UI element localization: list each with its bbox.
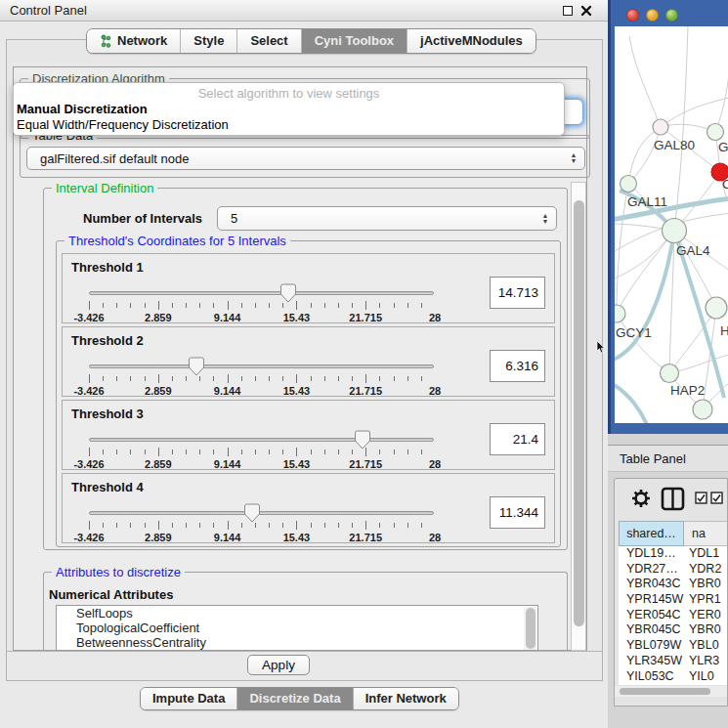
table-row[interactable]: YBR045CYBR0 [619, 622, 728, 638]
table-row[interactable]: YBL079WYBL0 [619, 638, 728, 654]
algorithm-hint: Select algorithm to view settings [14, 83, 564, 101]
column-header-shared[interactable]: shared… [619, 521, 684, 546]
svg-text:H: H [720, 323, 728, 338]
table-row[interactable]: YBR043CYBR0 [619, 577, 728, 592]
node-top-right [707, 124, 724, 141]
node-table[interactable]: YDL19…YDL1 YDR27…YDR2 YBR043CYBR0 YPR145… [619, 546, 728, 685]
tab-style[interactable]: Style [180, 29, 236, 53]
threshold-1-slider[interactable]: -3.426 2.859 9.144 15.43 21.715 28 [89, 281, 435, 324]
threshold-4-slider[interactable]: -3.426 2.859 9.144 15.43 21.715 28 [89, 501, 435, 544]
mac-minimize-icon[interactable] [646, 9, 659, 21]
numerical-attributes-label: Numerical Attributes [49, 587, 173, 602]
network-icon [100, 34, 112, 48]
threshold-3-panel: Threshold 3 -3.426 2.859 9.144 15.43 21.… [62, 400, 555, 470]
table-row[interactable]: YDL19…YDL1 [619, 546, 728, 562]
network-graph[interactable]: GAL80 GAL11 GAL4 GCY1 HAP2 GA C H [615, 26, 728, 423]
threshold-1-panel: Threshold 1 -3.426 2.859 9.144 15.43 21.… [62, 253, 555, 323]
mac-zoom-icon[interactable] [665, 9, 678, 21]
table-row[interactable]: YLR345WYLR3 [619, 654, 728, 669]
checkbox-icon[interactable] [695, 492, 707, 504]
table-row[interactable]: YDR27…YDR2 [619, 562, 728, 578]
close-icon[interactable] [580, 5, 592, 17]
algorithm-option-equal-width[interactable]: Equal Width/Frequency Discretization [14, 116, 564, 132]
svg-text:GAL80: GAL80 [654, 138, 695, 152]
slider-thumb[interactable] [243, 503, 261, 523]
gear-icon[interactable] [630, 488, 652, 509]
list-item[interactable]: SelfLoops [57, 606, 537, 621]
table-row[interactable]: YIL053CYIL0 [619, 669, 728, 685]
network-canvas[interactable]: GAL80 GAL11 GAL4 GCY1 HAP2 GA C H [615, 26, 728, 423]
float-window-icon[interactable] [563, 6, 573, 16]
table-panel-title: Table Panel [620, 451, 686, 466]
threshold-1-value[interactable]: 14.713 [490, 277, 545, 309]
slider-thumb[interactable] [188, 357, 205, 376]
table-panel-window: shared… na YDL19…YDL1 YDR27…YDR2 YBR043C… [614, 478, 728, 707]
tab-infer-network[interactable]: Infer Network [353, 688, 458, 709]
split-columns-icon[interactable] [661, 487, 685, 511]
stepper-arrows-icon: ▲▼ [538, 213, 556, 225]
table-data-value: galFiltered.sif default node [27, 151, 567, 166]
mouse-cursor [596, 340, 606, 354]
svg-text:GCY1: GCY1 [616, 325, 652, 340]
algorithm-dropdown-popup: Select algorithm to view settings Manual… [13, 82, 565, 136]
cyni-bottom-tabbar: Impute Data Discretize Data Infer Networ… [140, 687, 459, 710]
threshold-2-value[interactable]: 6.316 [490, 350, 545, 382]
threshold-2-slider[interactable]: -3.426 2.859 9.144 15.43 21.715 28 [89, 355, 435, 398]
threshold-4-panel: Threshold 4 -3.426 2.859 9.144 15.43 21.… [62, 473, 555, 543]
list-item[interactable]: BetweennessCentrality [57, 635, 537, 650]
interval-definition-title: Interval Definition [52, 181, 157, 195]
svg-text:C: C [722, 177, 728, 192]
table-hscrollbar[interactable] [615, 686, 728, 697]
node-gal4 [663, 219, 687, 243]
num-intervals-value: 5 [218, 211, 538, 226]
window-title: Control Panel [10, 3, 87, 18]
node-hap2 [661, 364, 679, 383]
algorithm-option-manual[interactable]: Manual Discretization [14, 101, 564, 116]
svg-text:GA: GA [718, 140, 728, 154]
node-gal11 [621, 176, 637, 193]
num-intervals-label: Number of Intervals [83, 211, 202, 226]
tab-select[interactable]: Select [236, 29, 300, 53]
tab-network[interactable]: Network [87, 29, 180, 53]
table-panel-bar: Table Panel [608, 445, 728, 472]
network-view-window[interactable]: GAL80 GAL11 GAL4 GCY1 HAP2 GA C H [608, 0, 728, 434]
stepper-arrows-icon: ▲▼ [567, 152, 584, 164]
panel-scrollbar[interactable] [571, 182, 586, 651]
table-data-combo[interactable]: galFiltered.sif default node ▲▼ [26, 147, 585, 170]
control-panel-titlebar: Control Panel [0, 0, 608, 21]
num-intervals-combo[interactable]: 5 ▲▼ [217, 206, 557, 231]
svg-text:GAL4: GAL4 [676, 243, 710, 258]
svg-text:GAL11: GAL11 [627, 194, 667, 209]
table-row[interactable]: YPR145WYPR1 [619, 592, 728, 608]
threshold-3-value[interactable]: 21.4 [490, 423, 545, 455]
list-item[interactable]: TopologicalCoefficient [57, 621, 537, 635]
tab-network-label: Network [117, 29, 167, 53]
table-row[interactable]: YER054CYER0 [619, 608, 728, 623]
numerical-attributes-list[interactable]: SelfLoops TopologicalCoefficient Between… [56, 605, 538, 651]
tab-impute-data[interactable]: Impute Data [141, 688, 236, 709]
panel-scrollbar-thumb[interactable] [574, 200, 584, 626]
threshold-4-value[interactable]: 11.344 [490, 496, 545, 529]
tab-discretize-data[interactable]: Discretize Data [236, 688, 352, 709]
threshold-3-slider[interactable]: -3.426 2.859 9.144 15.43 21.715 28 [89, 428, 435, 471]
list-scrollbar[interactable] [524, 607, 536, 650]
column-header-name[interactable]: na [684, 521, 728, 546]
svg-text:HAP2: HAP2 [670, 383, 705, 398]
thresholds-group-title: Threshold's Coordinates for 5 Intervals [64, 234, 290, 248]
threshold-2-panel: Threshold 2 -3.426 2.859 9.144 15.43 21.… [62, 326, 555, 397]
node-gal80 [653, 119, 668, 135]
control-panel-tabbar: Network Style Select Cyni Toolbox jActiv… [86, 28, 536, 54]
checkbox-icon[interactable] [710, 492, 723, 504]
slider-thumb[interactable] [279, 283, 297, 303]
apply-button[interactable]: Apply [247, 655, 310, 675]
tab-jactivemnodules[interactable]: jActiveMNodules [407, 29, 535, 53]
node-gcy1 [615, 305, 625, 322]
node-bottom [693, 400, 712, 419]
tab-cyni-toolbox[interactable]: Cyni Toolbox [301, 29, 407, 53]
control-panel-window: Control Panel Network Style Select Cyni … [0, 0, 608, 728]
slider-thumb[interactable] [354, 430, 371, 450]
attributes-group-title: Attributes to discretize [52, 565, 185, 579]
mac-close-icon[interactable] [626, 9, 639, 21]
node-right [706, 297, 727, 319]
